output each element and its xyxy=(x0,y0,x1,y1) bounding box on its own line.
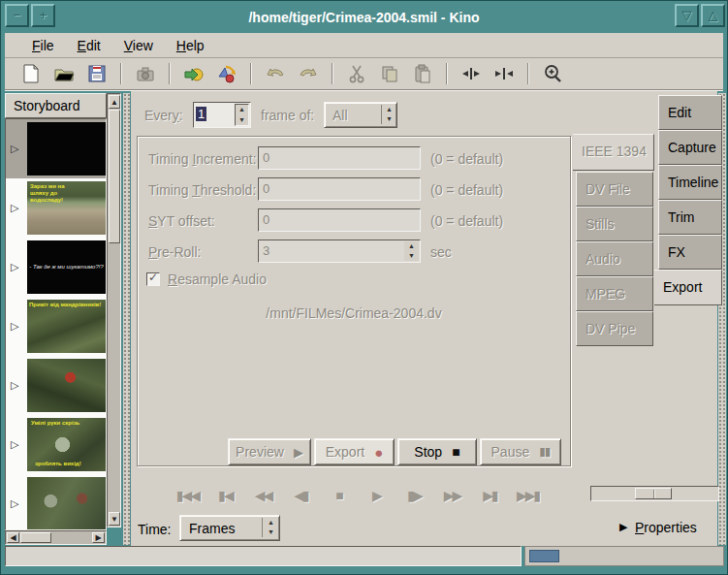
pre-roll-spinbox[interactable]: 3 ▲▼ xyxy=(258,240,421,263)
zoom-icon[interactable] xyxy=(540,61,565,86)
window-shade-button[interactable]: ▽ xyxy=(675,4,699,27)
clip-thumbnail[interactable] xyxy=(27,477,106,530)
every-spinbox[interactable]: 1 ▲▼ xyxy=(193,102,251,128)
menu-help[interactable]: Help xyxy=(167,35,214,56)
clip-thumbnail[interactable]: - Так де ж ми шукатимо?!? xyxy=(27,240,106,294)
storyboard-header[interactable]: Storyboard xyxy=(5,93,107,118)
scroll-right-icon[interactable]: ▶ xyxy=(92,532,105,543)
tab-fx[interactable]: FX xyxy=(658,235,722,270)
capture-camera-icon[interactable] xyxy=(133,61,158,86)
tab-capture[interactable]: Capture xyxy=(658,130,722,165)
storyboard-hscrollbar[interactable]: ◀ ▶ xyxy=(5,530,107,545)
paste-icon[interactable] xyxy=(410,61,435,86)
join-clip-icon[interactable] xyxy=(491,61,517,86)
tab-audio[interactable]: Audio xyxy=(576,241,653,276)
properties-expander-icon[interactable]: ▶ xyxy=(619,521,627,533)
go-start-button[interactable]: ▮◀◀ xyxy=(175,488,200,503)
plus-icon: + xyxy=(40,8,47,22)
resample-audio-checkbox[interactable]: ✓ xyxy=(146,272,160,286)
clip-thumbnail[interactable] xyxy=(27,359,106,412)
scroll-left-icon[interactable]: ◀ xyxy=(7,532,19,543)
seek-slider-thumb[interactable] xyxy=(635,488,672,499)
timing-threshold-input[interactable]: 0 xyxy=(258,177,421,201)
vscroll-thumb[interactable] xyxy=(109,110,120,243)
window-maximize-button[interactable]: + xyxy=(31,4,55,27)
redo-icon[interactable] xyxy=(296,61,321,86)
dropdown-arrows-icon: ▲▼ xyxy=(262,518,274,537)
scroll-up-icon[interactable]: ▲ xyxy=(109,95,120,109)
rewind-icon: ◀◀ xyxy=(255,488,272,503)
spin-arrows-icon[interactable]: ▲▼ xyxy=(404,241,419,261)
storyboard-item[interactable]: ▷ xyxy=(6,474,107,530)
tab-dv-file[interactable]: DV File xyxy=(576,172,653,207)
dropdown-arrows-icon: ▲▼ xyxy=(381,105,393,124)
frame-of-dropdown[interactable]: All ▲▼ xyxy=(324,102,397,128)
tab-export[interactable]: Export xyxy=(654,270,722,305)
play-button[interactable]: ▶ xyxy=(364,488,389,503)
undo-icon[interactable] xyxy=(263,61,288,86)
preview-button[interactable]: Preview ▶ xyxy=(228,438,311,465)
clip-thumbnail[interactable] xyxy=(27,122,106,176)
frame-back-icon: ◀▮ xyxy=(294,488,307,503)
hscroll-thumb[interactable] xyxy=(20,532,51,543)
prev-scene-button[interactable]: ▮◀ xyxy=(213,488,237,503)
fast-forward-button[interactable]: ▶▶ xyxy=(440,488,464,503)
title-bar[interactable]: /home/tiger/Crimea-2004.smil - Kino xyxy=(5,3,723,31)
tab-mpeg[interactable]: MPEG xyxy=(576,276,653,311)
syt-offset-input[interactable]: 0 xyxy=(258,208,421,232)
seek-slider[interactable] xyxy=(590,486,719,501)
clip-thumbnail[interactable]: Привіт від мандрівників! xyxy=(27,300,106,353)
publish-icon[interactable] xyxy=(181,61,206,86)
rewind-button[interactable]: ◀◀ xyxy=(251,488,275,503)
new-file-icon[interactable] xyxy=(18,61,44,86)
storyboard-item[interactable]: ▷ Зараз ми на шляху до водоспаду! xyxy=(6,178,107,238)
tab-dv-pipe[interactable]: DV Pipe xyxy=(576,311,653,346)
timing-threshold-hint: (0 = default) xyxy=(430,182,503,198)
storyboard-item[interactable]: ▷ - Так де ж ми шукатимо?!? xyxy=(6,238,107,297)
timing-increment-input[interactable]: 0 xyxy=(258,146,421,170)
tab-edit[interactable]: Edit xyxy=(658,95,722,130)
tab-timeline[interactable]: Timeline xyxy=(658,165,722,200)
toolbar-separator xyxy=(332,63,333,84)
stop-button[interactable]: Stop ■ xyxy=(397,438,477,465)
tab-stills[interactable]: Stills xyxy=(576,207,653,241)
save-file-icon[interactable] xyxy=(84,61,110,86)
storyboard-vscrollbar[interactable]: ▲ ▼ xyxy=(107,93,121,527)
fast-forward-icon: ▶▶ xyxy=(444,488,461,503)
storyboard-item[interactable]: ▷ Умілі руки скрізь зроблять вихід! xyxy=(6,415,107,474)
syt-offset-label: SYT offset: xyxy=(148,213,215,229)
window-title: /home/tiger/Crimea-2004.smil - Kino xyxy=(248,10,479,25)
storyboard-item[interactable]: ▷ xyxy=(6,356,107,415)
menu-view[interactable]: View xyxy=(114,35,163,56)
pause-button[interactable]: Pause ▮▮ xyxy=(480,438,561,465)
clip-marker-icon: ▷ xyxy=(11,202,18,214)
tab-trim[interactable]: Trim xyxy=(658,200,722,235)
split-clip-icon[interactable] xyxy=(459,61,484,86)
clip-marker-icon: ▷ xyxy=(11,320,18,333)
scroll-down-icon[interactable]: ▼ xyxy=(109,512,120,526)
media-insert-icon[interactable] xyxy=(214,61,239,86)
frame-forward-button[interactable]: ▮▶ xyxy=(402,488,427,503)
clip-thumbnail[interactable]: Зараз ми на шляху до водоспаду! xyxy=(27,181,106,235)
stop-transport-button[interactable]: ■ xyxy=(327,488,351,503)
clip-thumbnail[interactable]: Умілі руки скрізь зроблять вихід! xyxy=(27,418,106,471)
time-format-dropdown[interactable]: Frames ▲▼ xyxy=(179,515,280,541)
menu-edit[interactable]: Edit xyxy=(68,35,111,56)
window-menu-button[interactable]: − xyxy=(5,4,29,27)
storyboard-item[interactable]: ▷ xyxy=(6,119,107,178)
go-end-button[interactable]: ▶▶▮ xyxy=(516,488,540,503)
next-scene-button[interactable]: ▶▮ xyxy=(478,488,502,503)
window-iconify-button[interactable]: △ xyxy=(701,4,725,27)
spin-arrows-icon[interactable]: ▲▼ xyxy=(235,104,249,126)
properties-link[interactable]: Properties xyxy=(635,520,697,535)
pane-resize-handle[interactable] xyxy=(123,93,130,545)
menu-file[interactable]: File xyxy=(22,35,64,56)
frame-of-value: All xyxy=(332,108,348,123)
tab-ieee-1394[interactable]: IEEE 1394 xyxy=(573,134,654,171)
frame-back-button[interactable]: ◀▮ xyxy=(289,488,313,503)
copy-icon[interactable] xyxy=(377,61,402,86)
open-file-icon[interactable] xyxy=(51,61,77,86)
export-button[interactable]: Export ● xyxy=(314,438,395,465)
cut-icon[interactable] xyxy=(344,61,369,86)
storyboard-item[interactable]: ▷ Привіт від мандрівників! xyxy=(6,297,107,356)
